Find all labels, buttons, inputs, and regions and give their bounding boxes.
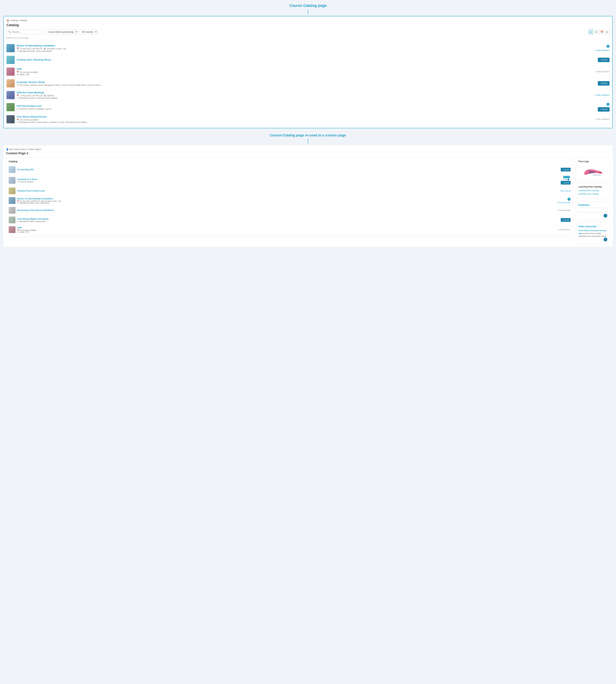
- course-name[interactable]: Effective Team Meetings: [17, 91, 593, 94]
- widget-course-info: Anatomy of a Shoe 🏷 Products: footwear: [17, 178, 559, 183]
- list-item: Anatomy of a Shoe 🏷 Products: footwear N…: [9, 175, 571, 186]
- lp-item-1[interactable]: Learning Plan Catalog: [578, 189, 607, 192]
- no-sessions-btn[interactable]: ⊘ No Sessions: [596, 118, 610, 120]
- enroll-btn[interactable]: + Enroll: [561, 168, 571, 172]
- widget-course-action: 9 ≡ View Sessions: [557, 198, 571, 204]
- course-action: + Enroll: [598, 58, 610, 62]
- widget-course-name[interactable]: Anatomy of a Shoe: [17, 178, 559, 180]
- widget-course-name[interactable]: Basics of Interviewing Candidates: [17, 197, 555, 200]
- course-info: Fina Shoes Hiring Process 📅 No sessions …: [17, 115, 594, 123]
- employee-input[interactable]: [578, 208, 607, 213]
- enroll-btn[interactable]: + Enroll: [598, 107, 610, 112]
- page2-title: Course Catalog page re-used in a custom …: [3, 133, 613, 137]
- view-sessions-btn[interactable]: ≡ View Sessions: [595, 94, 610, 96]
- tag-icon: 🏷: [17, 121, 19, 123]
- tag-icon: 🏷: [17, 220, 19, 222]
- employee-remove-btn[interactable]: −: [603, 214, 607, 218]
- table-row: Effective Team Meetings 📅 13-Aug-2024 1:…: [6, 89, 610, 101]
- course-action: + Enroll: [598, 81, 610, 86]
- table-row: Basics of Interviewing Candidates 📅 10-S…: [6, 42, 610, 54]
- course-name[interactable]: Fall Fina Product Line: [17, 105, 596, 107]
- course-info: Fall Fina Product Line 🏷 Products: footw…: [17, 105, 596, 110]
- calendar-icon: 📅: [17, 118, 19, 121]
- page2-divider: [308, 139, 308, 144]
- table-row: Coming Soon: Running Shoes + Enroll: [6, 54, 610, 66]
- fina-logo-title: Fina Logo: [578, 160, 607, 162]
- lp-item-2[interactable]: Learning Plan Catalog: [578, 193, 607, 195]
- widget-course-meta: 📅 10-Sep-2024 1:00 PM CDT 🏢 Education Ce…: [17, 200, 555, 202]
- enroll-btn[interactable]: + Enroll: [561, 218, 571, 222]
- table-view-btn[interactable]: ⊟: [605, 29, 610, 35]
- list-item: CPR 📅 No sessions available 🏷 Safety: CP…: [9, 225, 571, 235]
- widget-course-name[interactable]: CPR: [17, 226, 556, 229]
- page1-title: Course Catalog page: [3, 3, 613, 8]
- employee-title: Employee: [578, 204, 607, 206]
- course-thumbnail: [6, 115, 15, 123]
- tag-icon: 🏷: [17, 84, 19, 86]
- not-available-btn[interactable]: ⊘ Not Available: [558, 209, 571, 212]
- widget-course-action: + Enroll: [561, 218, 571, 222]
- widget-thumbnail: [9, 166, 16, 173]
- course-name[interactable]: Basics of Interviewing Candidates: [17, 44, 593, 47]
- list-item: Autumn Fina Product Line Buy $ 35.00: [9, 186, 571, 196]
- widget-thumbnail: [9, 177, 16, 184]
- filter-select[interactable]: All Courses: [80, 29, 97, 35]
- catalog-widget-title: Catalog: [9, 160, 571, 163]
- custom-breadcrumb-text: My Custom Views / Custom Page 2: [9, 148, 42, 151]
- custom-heading: Custom Page 2: [6, 152, 610, 155]
- search-box[interactable]: 🔍: [6, 29, 44, 34]
- widget-course-name[interactable]: Becoming a Fina Shoes Distributor: [17, 209, 556, 212]
- enroll-btn[interactable]: + Enroll: [598, 58, 610, 62]
- widget-course-info: Basics of Interviewing Candidates 📅 10-S…: [17, 197, 555, 204]
- view-sessions-btn[interactable]: ≡ View Sessions: [595, 49, 610, 51]
- location-icon: 🏢: [44, 47, 46, 50]
- no-sessions-btn[interactable]: ⊘ No Sessions: [596, 70, 610, 73]
- view-sessions-btn[interactable]: ≡ View Sessions: [557, 202, 571, 204]
- sales-remove-btn[interactable]: −: [603, 238, 607, 241]
- svg-text:SHOES: SHOES: [593, 174, 601, 176]
- course-name[interactable]: CPR: [17, 68, 594, 70]
- widget-course-name[interactable]: Accounting 101: [17, 168, 559, 171]
- list-item: Becoming a Fina Shoes Distributor ⊘ Not …: [9, 205, 571, 215]
- enroll-btn[interactable]: + Enroll: [598, 81, 610, 86]
- catalog-heading: Catalog: [6, 23, 610, 27]
- sort-select[interactable]: Course Name (ascending): [46, 29, 78, 35]
- course-name[interactable]: Customer Service: Retail: [17, 81, 596, 84]
- course-tags: 🏷 Management Skills: scheduling, team-bu…: [17, 97, 593, 99]
- course-name[interactable]: Coming Soon: Running Shoes: [17, 58, 596, 61]
- widget-course-action: ⊘ No Sessions: [558, 229, 571, 231]
- widget-course-info: Autumn Fina Product Line: [17, 190, 559, 192]
- course-tags: 🏷 Safety: CPR: [17, 73, 594, 75]
- list-view-btn[interactable]: ☰: [594, 29, 599, 35]
- calendar-view-btn[interactable]: 📅: [599, 29, 604, 35]
- fina-logo-box: Fina Logo fina SHOES: [576, 157, 610, 180]
- no-sessions-btn[interactable]: ⊘ No Sessions: [558, 229, 571, 231]
- right-panel-inner: Fina Logo fina SHOES Learn: [576, 157, 610, 244]
- tag-icon: 🏷: [17, 73, 19, 75]
- tag-icon: 🏷: [17, 108, 19, 110]
- location-icon: 🏢: [44, 94, 46, 96]
- widget-course-name[interactable]: Autumn Fina Product Line: [17, 190, 559, 192]
- page1-divider: [308, 9, 308, 14]
- widget-thumbnail: [9, 226, 16, 233]
- course-name[interactable]: Fina Shoes Hiring Process: [17, 115, 594, 118]
- custom-page-layout: Catalog Accounting 101 + Enroll Anatomy …: [6, 157, 610, 244]
- list-item: Accounting 101 + Enroll: [9, 165, 571, 175]
- enroll-btn[interactable]: + Enroll: [561, 181, 571, 184]
- widget-course-action: ⊘ Not Available: [558, 209, 571, 212]
- widget-course-info: Becoming a Fina Shoes Distributor: [17, 209, 556, 212]
- buy-btn[interactable]: Buy $ 35.00: [560, 190, 571, 192]
- course-info: CPR 📅 No sessions available 🏷 Safety: CP…: [17, 68, 594, 75]
- tag-icon: 🏷: [17, 97, 19, 99]
- tags-row[interactable]: Select one or more tags.: [6, 36, 610, 40]
- widget-course-info: Accounting 101: [17, 168, 559, 171]
- grid-view-btn[interactable]: ⊞: [589, 29, 593, 35]
- breadcrumb-text: Catalogs / Catalog: [10, 19, 27, 22]
- tag-icon: 🏷: [17, 202, 19, 204]
- table-row: Customer Service: Retail 🏷 Call Center: …: [6, 78, 610, 89]
- sales-associate-box: Sales Associate Fina's Sales Associate l…: [576, 222, 610, 244]
- widget-course-tags: 🏷 Management Skills: compensation: [17, 220, 559, 222]
- search-input[interactable]: [12, 30, 42, 33]
- tag-icon: 🏷: [17, 181, 19, 183]
- widget-course-name[interactable]: Calculating Wages and Salary: [17, 218, 559, 220]
